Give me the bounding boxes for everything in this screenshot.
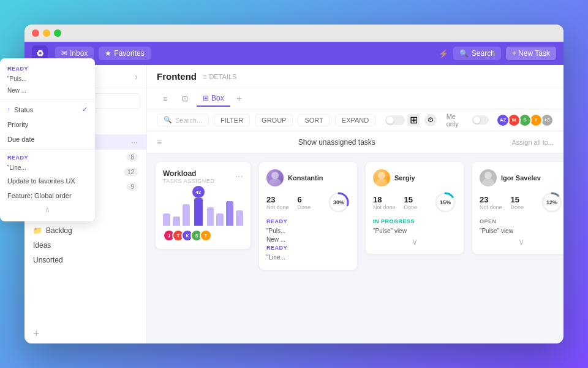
person-card-igor: Igor Savelev 23 Not done 15 Done	[472, 162, 564, 254]
stat-done-num: 15	[511, 195, 524, 204]
gear-icon[interactable]: ⚙	[424, 114, 436, 126]
svg-point-9	[482, 178, 494, 186]
app-window: ♻ ✉ Inbox ★ Favorites ⚡ 🔍 Search + New T…	[24, 25, 564, 343]
workload-more-icon[interactable]: ···	[235, 171, 243, 182]
close-dot[interactable]	[32, 29, 39, 37]
tab-board[interactable]: ⊡	[176, 91, 194, 106]
stat-notdone-igor: 23 Not done	[480, 195, 502, 210]
inbox-label: Inbox	[70, 49, 88, 58]
bar-8	[236, 210, 243, 226]
search-icon-toolbar: 🔍	[164, 116, 172, 124]
new-task-button[interactable]: + New Task	[506, 47, 556, 60]
stat-notdone-num: 23	[266, 195, 289, 204]
add-tab-button[interactable]: +	[233, 93, 246, 104]
me-only-label: Me only	[447, 113, 469, 128]
sprint2-count: 12	[124, 168, 138, 176]
task-item-3: "Line...	[266, 254, 350, 261]
inbox-icon: ✉	[61, 49, 67, 58]
task-item-2: New ...	[266, 236, 350, 243]
tab-box[interactable]: ⊞ Box	[197, 91, 230, 107]
board-area: Workload TASKS ASSIGNED ··· 43	[147, 153, 564, 343]
user-avatars: AZ M S T +3	[499, 113, 554, 127]
chevron-down-sergiy[interactable]: ∨	[373, 237, 456, 247]
progress-sergiy: 15%	[434, 191, 456, 213]
svg-point-8	[484, 172, 492, 179]
chevron-down-igor[interactable]: ∨	[480, 237, 563, 247]
maximize-dot[interactable]	[54, 29, 61, 37]
sprint1-count: 9	[127, 183, 138, 191]
bar-1	[163, 213, 170, 226]
section-inprogress: IN PROGRESS	[373, 218, 456, 224]
sidebar-label: Unsorted	[33, 256, 63, 264]
stat-notdone-num: 23	[480, 195, 502, 204]
favorites-button[interactable]: ★ Favorites	[99, 47, 150, 60]
top-nav: ♻ ✉ Inbox ★ Favorites ⚡ 🔍 Search + New T…	[24, 42, 564, 65]
box-icon: ⊞	[203, 94, 209, 102]
section-ready-2: READY	[266, 245, 350, 251]
content-header: Frontend ≡ DETAILS	[147, 65, 564, 88]
toggle-switch[interactable]	[385, 115, 405, 125]
sidebar-label: Backlog	[46, 226, 72, 235]
bar-4-container: 43	[192, 186, 205, 226]
workload-bars: 43	[163, 189, 243, 226]
tab-list[interactable]: ≡	[157, 91, 173, 106]
svg-point-0	[271, 172, 279, 179]
sidebar-item-backlog[interactable]: 📁 Backlog	[24, 223, 146, 238]
bar-5	[207, 207, 214, 226]
titlebar	[24, 25, 564, 42]
bolt-icon: ⚡	[439, 49, 448, 58]
search-icon: 🔍	[459, 49, 469, 58]
svg-point-4	[378, 172, 385, 179]
person-header-konstantin: Konstantin	[266, 169, 350, 186]
avatar-igor	[480, 169, 497, 186]
collapse-icon[interactable]: ›	[135, 72, 138, 82]
workload-card: Workload TASKS ASSIGNED ··· 43	[156, 162, 251, 249]
main-area: Confluence › 🔍 Search... J Design 📁 Fron…	[24, 65, 564, 343]
add-section-button[interactable]: +	[24, 324, 146, 343]
sort-button[interactable]: SORT	[298, 114, 330, 126]
me-only-switch[interactable]	[472, 115, 489, 125]
filter-button[interactable]: FILTER	[214, 114, 250, 126]
view-tabs: ≡ ⊡ ⊞ Box +	[147, 88, 564, 109]
more-icon[interactable]: ···	[131, 137, 138, 147]
stat-notdone-konstantin: 23 Not done	[266, 195, 289, 210]
progress-pct-igor: 12%	[546, 199, 557, 205]
minimize-dot[interactable]	[43, 29, 50, 37]
section-ready: READY	[266, 218, 350, 224]
star-icon: ★	[105, 49, 111, 58]
sidebar-item-unsorted[interactable]: Unsorted	[24, 253, 146, 267]
person-header-sergiy: Sergiy	[373, 169, 456, 186]
group-button[interactable]: GROUP	[255, 114, 293, 126]
favorites-label: Favorites	[114, 49, 144, 58]
workload-title: Workload	[163, 169, 214, 178]
page-title: Frontend	[157, 71, 197, 82]
expand-button[interactable]: EXPAND	[335, 114, 375, 126]
avatar-az[interactable]: AZ	[496, 113, 510, 127]
stat-done-sergiy: 15 Done	[404, 195, 418, 210]
sidebar-label: Ideas	[33, 241, 51, 250]
workload-subtitle: TASKS ASSIGNED	[163, 178, 214, 184]
sprint3-count: 8	[127, 153, 138, 161]
wl-avatar-t2: T	[200, 229, 212, 242]
bar-7	[226, 201, 233, 226]
task-item-1: "Puls...	[266, 228, 350, 234]
assign-all-button[interactable]: Assign all to...	[512, 139, 554, 146]
workload-badge: 43	[192, 186, 205, 198]
toolbar-search[interactable]: 🔍 Search...	[157, 113, 209, 126]
person-name-sergiy: Sergiy	[394, 174, 415, 182]
person-card-konstantin: Konstantin 23 Not done 6 Done	[259, 162, 357, 270]
search-placeholder-toolbar: Search...	[175, 117, 202, 124]
details-icon: ≡	[203, 73, 206, 80]
sidebar-item-ideas[interactable]: Ideas	[24, 238, 146, 253]
progress-igor: 12%	[541, 191, 563, 213]
search-button[interactable]: 🔍 Search	[453, 47, 501, 60]
task-item-igor-1: "Pulse" view	[480, 228, 563, 234]
details-label: DETAILS	[209, 73, 236, 80]
toolbar: 🔍 Search... FILTER GROUP SORT EXPAND ⊞ ⚙	[147, 109, 564, 131]
details-link[interactable]: ≡ DETAILS	[203, 73, 236, 80]
stat-done-konstantin: 6 Done	[298, 195, 311, 210]
grid-icon[interactable]: ⊞	[407, 114, 420, 126]
person-stats-igor: 23 Not done 15 Done 12%	[480, 191, 563, 213]
task-item-sergiy-1: "Pulse" view	[373, 228, 456, 234]
show-unassigned-label: Show unassigned tasks	[167, 138, 507, 147]
